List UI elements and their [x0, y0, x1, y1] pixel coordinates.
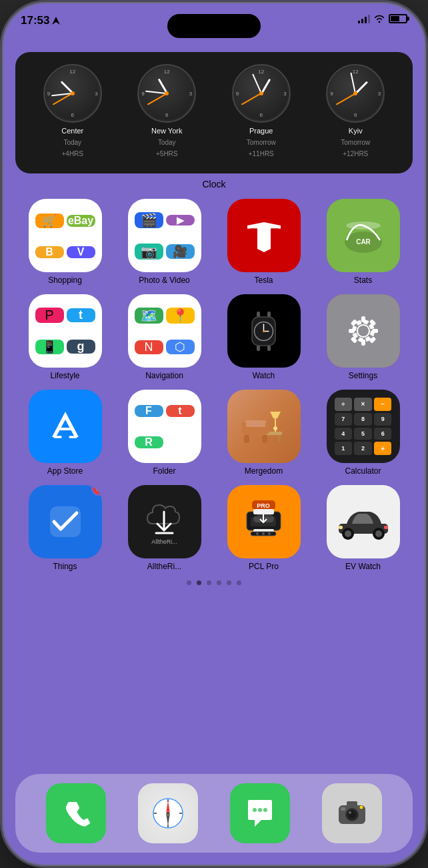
dock-app-safari[interactable] — [138, 783, 198, 843]
svg-rect-57 — [384, 526, 388, 529]
phone-frame: 17:53 — [0, 0, 428, 868]
svg-rect-32 — [244, 420, 267, 427]
settings-label: Settings — [349, 371, 377, 380]
folder-label: Folder — [153, 466, 175, 476]
svg-point-50 — [268, 532, 271, 535]
svg-point-2 — [346, 222, 381, 230]
signal-icon — [358, 14, 370, 23]
page-dot-4[interactable] — [227, 580, 231, 585]
dock-app-phone[interactable] — [46, 783, 106, 843]
page-dot-5[interactable] — [237, 580, 241, 585]
calculator-label: Calculator — [345, 466, 381, 476]
clock-prague: 12 3 6 9 Prague Tomorrow +11HRS — [232, 64, 291, 157]
app-item-mergedom[interactable]: Mergedom — [217, 390, 310, 476]
app-item-shopping[interactable]: 🛒 eBay B V Shopping — [19, 199, 111, 285]
svg-point-48 — [256, 532, 259, 535]
app-item-calculator[interactable]: ÷ × − 7 8 9 4 5 6 1 2 + Calculator — [317, 390, 409, 476]
svg-point-69 — [263, 808, 267, 812]
pclpro-label: PCL Pro — [249, 562, 279, 571]
svg-point-67 — [253, 808, 257, 812]
page-dot-1[interactable] — [197, 580, 201, 585]
page-dot-3[interactable] — [217, 580, 221, 585]
dock — [15, 774, 413, 853]
app-item-pclpro[interactable]: PRO — [217, 485, 310, 571]
svg-point-49 — [262, 532, 265, 535]
clock-widget-inner: 12 3 6 9 Center Today +4HRS — [25, 64, 403, 157]
app-item-stats[interactable]: CAR Stats — [317, 199, 409, 285]
svg-rect-75 — [341, 807, 345, 811]
svg-rect-36 — [265, 422, 269, 434]
app-item-appstore[interactable]: App Store — [19, 390, 111, 476]
svg-rect-30 — [278, 435, 281, 442]
app-item-folder[interactable]: F t R Folder — [118, 390, 211, 476]
photo-video-label: Photo & Video — [139, 276, 190, 285]
clock-newyork: 12 3 6 9 New York Today +5HRS — [137, 64, 196, 157]
settings-icon — [327, 294, 400, 368]
location-icon — [52, 17, 60, 25]
app-item-tesla[interactable]: Tesla — [217, 199, 310, 285]
svg-marker-0 — [52, 17, 60, 25]
folder-icon: F t R — [128, 390, 201, 463]
things-label: Things — [53, 562, 77, 571]
svg-point-55 — [375, 530, 382, 537]
clock-face-kyiv: 12 3 6 9 — [326, 64, 385, 123]
things-icon: 3 — [29, 485, 102, 558]
svg-rect-33 — [244, 435, 249, 443]
svg-rect-34 — [262, 435, 267, 443]
app-item-alltheri[interactable]: AlltheRi... AlltheRi... — [118, 485, 211, 571]
wifi-icon — [374, 15, 385, 23]
pclpro-icon: PRO — [227, 485, 301, 558]
dynamic-island — [167, 14, 261, 38]
clock-kyiv: 12 3 6 9 Kyiv Tomorrow +12HRS — [326, 64, 385, 157]
appstore-label: App Store — [47, 466, 83, 476]
app-item-navigation[interactable]: 🗺️ 📍 N ⬡ Navigation — [118, 294, 211, 380]
svg-point-53 — [345, 530, 351, 537]
svg-text:CAR: CAR — [356, 238, 371, 246]
dock-app-messages[interactable] — [230, 783, 290, 843]
screen-content: 12 3 6 9 Center Today +4HRS — [2, 45, 426, 866]
app-item-settings[interactable]: Settings — [317, 294, 409, 380]
svg-point-13 — [263, 330, 265, 332]
clock-face-prague: 12 3 6 9 — [232, 64, 291, 123]
mergedom-icon — [227, 390, 301, 463]
time-display: 17:53 — [21, 14, 49, 27]
evwatch-label: EV Watch — [345, 562, 381, 571]
svg-text:PRO: PRO — [257, 502, 270, 509]
app-item-watch[interactable]: Watch — [217, 294, 310, 380]
dock-app-camera[interactable] — [322, 783, 382, 843]
clock-face-newyork: 12 3 6 9 — [137, 64, 196, 123]
lifestyle-icon: P t 📱 g — [29, 294, 102, 368]
watch-icon — [227, 294, 301, 368]
clock-widget[interactable]: 12 3 6 9 Center Today +4HRS — [15, 52, 413, 173]
page-dot-0[interactable] — [187, 580, 191, 585]
svg-rect-35 — [242, 422, 246, 434]
svg-point-68 — [258, 808, 262, 812]
lifestyle-label: Lifestyle — [50, 371, 79, 380]
tesla-icon — [227, 199, 301, 272]
page-dots — [15, 580, 413, 585]
svg-rect-56 — [339, 526, 343, 529]
app-item-photo-video[interactable]: 🎬 ▶ 📷 🎥 Photo & Video — [118, 199, 211, 285]
status-time: 17:53 — [21, 14, 60, 27]
app-item-evwatch[interactable]: EV Watch — [317, 485, 409, 571]
appstore-icon — [29, 390, 102, 463]
shopping-icon: 🛒 eBay B V — [29, 199, 102, 272]
clock-center: 12 3 6 9 Center Today +4HRS — [43, 64, 102, 157]
navigation-label: Navigation — [145, 371, 183, 380]
navigation-icon: 🗺️ 📍 N ⬡ — [128, 294, 201, 368]
app-grid: 🛒 eBay B V Shopping 🎬 ▶ 📷 🎥 Photo & Vide… — [15, 199, 413, 571]
page-dot-2[interactable] — [207, 580, 211, 585]
battery-icon — [389, 14, 407, 23]
svg-point-27 — [273, 426, 277, 430]
photo-video-icon: 🎬 ▶ 📷 🎥 — [128, 199, 201, 272]
app-item-lifestyle[interactable]: P t 📱 g Lifestyle — [19, 294, 111, 380]
things-badge: 3 — [91, 485, 102, 496]
clock-widget-label: Clock — [15, 179, 413, 189]
svg-point-76 — [360, 806, 363, 809]
alltheri-icon: AlltheRi... — [128, 485, 201, 558]
app-item-things[interactable]: 3 Things — [19, 485, 111, 571]
evwatch-icon — [327, 485, 400, 558]
mergedom-label: Mergedom — [245, 466, 283, 476]
status-indicators — [358, 14, 407, 23]
calculator-icon: ÷ × − 7 8 9 4 5 6 1 2 + — [327, 390, 400, 463]
